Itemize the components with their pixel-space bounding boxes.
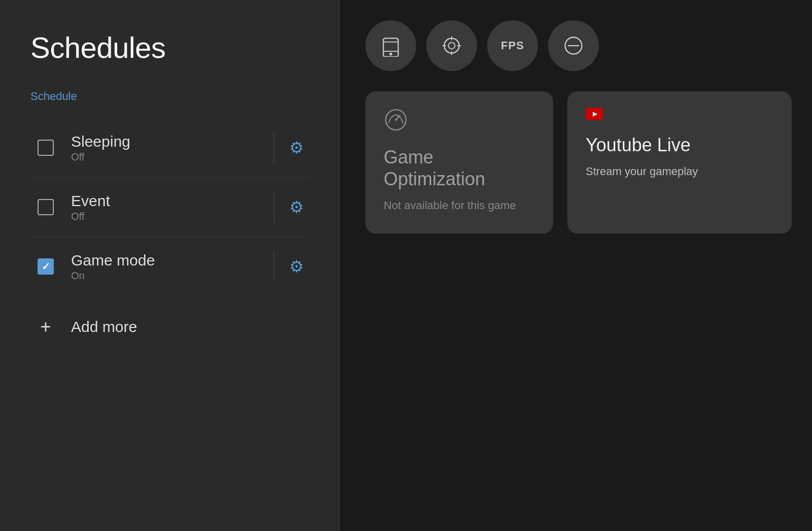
schedule-list: Sleeping Off ⚙ Event Off ⚙ Game mode	[30, 118, 309, 296]
youtube-subtitle: Stream your gameplay	[586, 164, 773, 180]
add-more-row[interactable]: + Add more	[30, 296, 309, 338]
screen-icon	[380, 35, 402, 57]
svg-point-3	[390, 53, 392, 55]
minus-icon	[562, 35, 585, 57]
icon-row: FPS	[365, 15, 792, 76]
schedule-item-event: Event Off ⚙	[30, 178, 309, 237]
youtube-badge-icon	[586, 108, 603, 120]
item-name-gamemode: Game mode	[71, 252, 258, 269]
page-title: Schedules	[30, 30, 309, 64]
scope-icon	[441, 35, 463, 57]
gear-icon-event[interactable]: ⚙	[289, 197, 304, 217]
item-status-sleeping: Off	[71, 151, 258, 163]
divider-event	[274, 192, 274, 222]
checkbox-unchecked[interactable]	[38, 140, 54, 156]
minus-icon-button[interactable]	[548, 20, 599, 71]
divider-sleeping	[274, 132, 274, 163]
checkbox-checked-gamemode[interactable]	[38, 258, 54, 275]
cards-row: Game Optimization Not available for this…	[365, 91, 792, 234]
scope-icon-button[interactable]	[426, 20, 477, 71]
schedule-item-sleeping: Sleeping Off ⚙	[30, 118, 309, 178]
add-more-label: Add more	[71, 318, 137, 336]
left-panel: Schedules Schedule Sleeping Off ⚙ Event …	[0, 0, 340, 531]
checkbox-sleeping[interactable]	[36, 138, 56, 158]
right-panel: FPS Game Optimization Not available f	[340, 0, 812, 531]
plus-icon: +	[36, 316, 56, 338]
divider-gamemode	[274, 251, 274, 282]
fps-label: FPS	[501, 39, 524, 52]
speedometer-svg	[384, 108, 408, 132]
checkbox-gamemode[interactable]	[36, 256, 56, 277]
game-opt-title: Game Optimization	[384, 146, 535, 190]
item-name-sleeping: Sleeping	[71, 133, 258, 150]
schedule-item-gamemode: Game mode On ⚙	[30, 237, 309, 296]
svg-point-5	[449, 43, 455, 49]
fps-icon-button[interactable]: FPS	[487, 20, 538, 71]
gear-icon-gamemode[interactable]: ⚙	[289, 257, 304, 276]
section-label: Schedule	[30, 90, 309, 103]
item-text-gamemode: Game mode On	[71, 252, 258, 282]
game-opt-subtitle: Not available for this game	[384, 198, 535, 214]
checkbox-event[interactable]	[36, 197, 56, 217]
svg-point-4	[444, 38, 459, 53]
svg-point-14	[395, 119, 397, 121]
item-text-event: Event Off	[71, 192, 258, 222]
gear-icon-sleeping[interactable]: ⚙	[289, 138, 304, 157]
speedometer-icon	[384, 108, 535, 134]
item-name-event: Event	[71, 192, 258, 210]
item-status-gamemode: On	[71, 270, 258, 282]
item-status-event: Off	[71, 211, 258, 222]
youtube-live-card[interactable]: Youtube Live Stream your gameplay	[567, 91, 792, 234]
screen-icon-button[interactable]	[365, 20, 416, 71]
youtube-title: Youtube Live	[586, 134, 773, 156]
item-text-sleeping: Sleeping Off	[71, 133, 258, 163]
checkbox-unchecked-event[interactable]	[38, 199, 54, 215]
game-optimization-card[interactable]: Game Optimization Not available for this…	[365, 91, 553, 234]
